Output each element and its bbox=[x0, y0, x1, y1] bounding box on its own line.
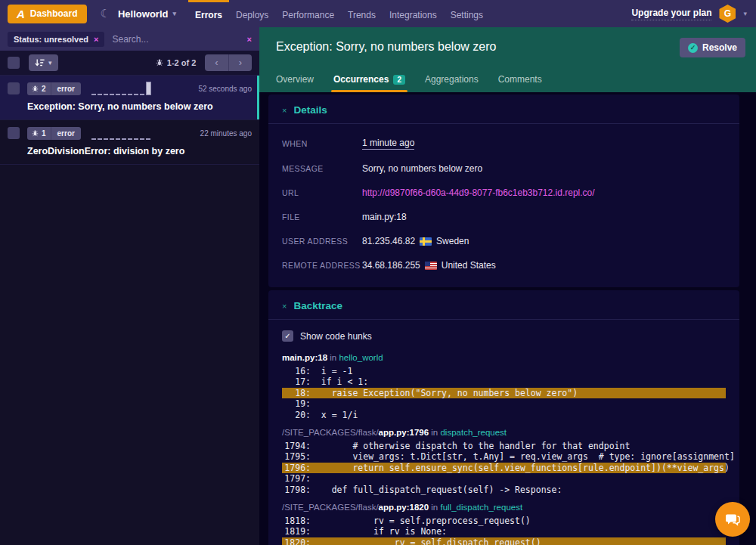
nav-item-deploys[interactable]: Deploys bbox=[229, 0, 275, 27]
upgrade-plan-link[interactable]: Upgrade your plan bbox=[631, 8, 711, 20]
user-avatar[interactable]: G bbox=[719, 5, 736, 23]
code-line: 1818 rv = self.preprocess_request() bbox=[282, 516, 726, 526]
chevron-down-icon: ▾ bbox=[48, 59, 52, 67]
details-heading: Details bbox=[293, 104, 327, 116]
main-nav: Errors Deploys Performance Trends Integr… bbox=[188, 0, 490, 27]
app-window: A Dashboard ☾ Helloworld ▾ Errors Deploy… bbox=[0, 0, 756, 545]
detail-row-message: MESSAGE Sorry, no numbers below zero bbox=[282, 163, 726, 174]
backtrace-frame: main.py:18 in hello_world 16 i = -1 17 i… bbox=[268, 353, 739, 420]
nav-item-integrations[interactable]: Integrations bbox=[383, 0, 444, 27]
sweden-flag-icon bbox=[420, 237, 432, 246]
severity-label: error bbox=[51, 82, 81, 95]
nav-item-trends[interactable]: Trends bbox=[341, 0, 383, 27]
sort-descending-icon bbox=[35, 59, 45, 67]
severity-label: error bbox=[51, 127, 81, 140]
frame-file: app.py:1820 bbox=[379, 503, 429, 512]
status-filter-label: Status: unresolved bbox=[14, 35, 88, 44]
error-count-badge: 2 error bbox=[27, 82, 81, 95]
select-all-checkbox[interactable] bbox=[8, 57, 20, 69]
pagination: ‹ › bbox=[205, 54, 252, 71]
search-input[interactable] bbox=[112, 34, 239, 45]
code-line: 19 bbox=[282, 398, 726, 409]
backtrace-section-toggle[interactable]: × Backtrace bbox=[268, 290, 739, 320]
nav-item-settings[interactable]: Settings bbox=[444, 0, 490, 27]
occurrence-content: × Details WHEN 1 minute ago MESSAGE Sorr… bbox=[259, 92, 756, 545]
filter-bar: Status: unresolved × × bbox=[0, 27, 259, 51]
code-line: 1797 bbox=[282, 473, 726, 484]
dashboard-button[interactable]: A Dashboard bbox=[8, 5, 87, 23]
error-list-item[interactable]: 2 error 52 seconds ago Exception: Sorry,… bbox=[0, 76, 259, 120]
when-value[interactable]: 1 minute ago bbox=[362, 138, 414, 150]
resolve-button-label: Resolve bbox=[702, 42, 737, 53]
page-title: Exception: Sorry, no numbers below zero bbox=[276, 27, 739, 54]
code-line-highlighted: 1796 return self.ensure_sync(self.view_f… bbox=[282, 463, 726, 473]
list-toolbar: ▾ 1-2 of 2 ‹ › bbox=[0, 51, 259, 76]
detail-row-url: URL http://d9870f66-d60a-44d9-8077-fb6c1… bbox=[282, 187, 726, 198]
bug-icon bbox=[156, 59, 163, 67]
code-line: 16 i = -1 bbox=[282, 366, 726, 376]
code-line: 1795 view_args: t.Dict[str, t.Any] = req… bbox=[282, 451, 726, 462]
backtrace-card: × Backtrace ✓ Show code hunks main.py:18… bbox=[268, 290, 739, 545]
sort-button[interactable]: ▾ bbox=[29, 54, 58, 71]
url-link[interactable]: http://d9870f66-d60a-44d9-8077-fb6c1eb3b… bbox=[362, 187, 595, 198]
app-switcher[interactable]: Helloworld ▾ bbox=[118, 8, 176, 20]
remote-address-value: 34.68.186.255 United States bbox=[362, 260, 496, 271]
error-list-sidebar: Status: unresolved × × ▾ 1-2 of 2 ‹ › bbox=[0, 27, 259, 545]
error-title: ZeroDivisionError: division by zero bbox=[27, 146, 252, 156]
occurrence-sparkline bbox=[91, 126, 150, 140]
bug-icon bbox=[32, 85, 39, 92]
nav-item-errors[interactable]: Errors bbox=[188, 0, 229, 27]
next-page-button[interactable]: › bbox=[228, 54, 252, 71]
tab-aggregations[interactable]: Aggregations bbox=[425, 74, 479, 92]
show-code-hunks-toggle: ✓ Show code hunks bbox=[268, 320, 739, 342]
frame-header: main.py:18 in hello_world bbox=[282, 353, 726, 362]
item-checkbox[interactable] bbox=[8, 82, 20, 94]
check-circle-icon: ✓ bbox=[688, 43, 698, 53]
tab-comments[interactable]: Comments bbox=[498, 74, 542, 92]
code-line: 1819 if rv is None: bbox=[282, 526, 726, 537]
file-value: main.py:18 bbox=[362, 212, 407, 222]
frame-function-link[interactable]: full_dispatch_request bbox=[440, 503, 522, 512]
error-title: Exception: Sorry, no numbers below zero bbox=[27, 101, 252, 112]
code-line: 20 x = 1/i bbox=[282, 410, 726, 420]
message-value: Sorry, no numbers below zero bbox=[362, 163, 482, 174]
prev-page-button[interactable]: ‹ bbox=[205, 54, 228, 71]
details-section-toggle[interactable]: × Details bbox=[268, 94, 739, 124]
chat-support-button[interactable] bbox=[715, 502, 750, 537]
tab-overview[interactable]: Overview bbox=[276, 74, 314, 92]
detail-row-file: FILE main.py:18 bbox=[282, 212, 726, 222]
remove-filter-icon[interactable]: × bbox=[94, 35, 98, 44]
chevron-down-icon[interactable]: ▾ bbox=[743, 10, 747, 17]
code-hunk: 16 i = -1 17 if i < 1: 18 raise Exceptio… bbox=[282, 366, 726, 420]
frame-function-link[interactable]: hello_world bbox=[339, 353, 383, 362]
frame-file: main.py:18 bbox=[282, 353, 327, 362]
code-line: 1798 def full_dispatch_request(self) -> … bbox=[282, 485, 726, 495]
code-hunk: 1818 rv = self.preprocess_request() 1819… bbox=[282, 516, 726, 545]
collapse-icon: × bbox=[282, 106, 287, 115]
checked-checkbox[interactable]: ✓ bbox=[282, 330, 293, 342]
code-line: 17 if i < 1: bbox=[282, 376, 726, 387]
code-line: 1794 # otherwise dispatch to the handler… bbox=[282, 441, 726, 451]
occurrence-count: 1 bbox=[42, 129, 46, 138]
tab-occurrences[interactable]: Occurrences 2 bbox=[333, 74, 405, 92]
details-card: × Details WHEN 1 minute ago MESSAGE Sorr… bbox=[268, 94, 739, 287]
backtrace-frame: /SITE_PACKAGES/flask/app.py:1796 in disp… bbox=[268, 428, 739, 495]
frame-function-link[interactable]: dispatch_request bbox=[440, 428, 507, 437]
show-code-hunks-label: Show code hunks bbox=[300, 331, 372, 342]
occurrence-sparkline bbox=[91, 82, 151, 95]
last-seen-time: 22 minutes ago bbox=[200, 129, 252, 138]
error-list-item[interactable]: 1 error 22 minutes ago ZeroDivisionError… bbox=[0, 120, 259, 165]
nav-item-performance[interactable]: Performance bbox=[275, 0, 341, 27]
occurrence-count: 2 bbox=[42, 85, 46, 93]
clear-search-icon[interactable]: × bbox=[247, 35, 252, 44]
occurrences-count-badge: 2 bbox=[393, 75, 405, 85]
top-navigation-bar: A Dashboard ☾ Helloworld ▾ Errors Deploy… bbox=[0, 0, 756, 27]
us-flag-icon bbox=[425, 262, 437, 270]
chat-bubbles-icon bbox=[723, 510, 742, 528]
bug-icon bbox=[32, 130, 39, 137]
item-checkbox[interactable] bbox=[8, 127, 20, 139]
app-name: Helloworld bbox=[118, 8, 168, 20]
country-name: Sweden bbox=[436, 236, 469, 246]
code-line-highlighted: 18 raise Exception("Sorry, no numbers be… bbox=[282, 388, 726, 398]
resolve-button[interactable]: ✓ Resolve bbox=[680, 38, 745, 57]
